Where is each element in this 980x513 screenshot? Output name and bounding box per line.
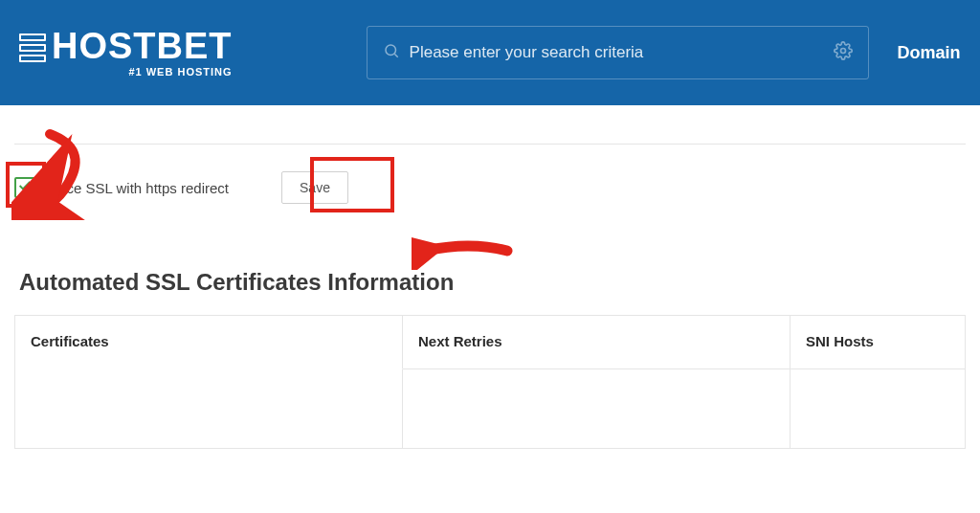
logo[interactable]: HOSTBET #1 WEB HOSTING <box>19 28 233 78</box>
svg-point-2 <box>840 49 845 54</box>
table-header-row: Certificates Next Retries SNI Hosts <box>15 316 965 369</box>
th-certificates[interactable]: Certificates <box>15 316 403 369</box>
force-ssl-row: Force SSL with https redirect Save <box>0 145 980 231</box>
search-icon <box>383 42 400 63</box>
top-header: HOSTBET #1 WEB HOSTING Domain <box>0 0 980 105</box>
ssl-table: Certificates Next Retries SNI Hosts <box>14 315 966 449</box>
search-box[interactable] <box>367 26 869 79</box>
search-input[interactable] <box>410 43 834 62</box>
gear-icon[interactable] <box>834 41 853 64</box>
svg-point-0 <box>386 45 396 56</box>
logo-title: HOSTBET <box>52 28 233 64</box>
save-button[interactable]: Save <box>281 171 348 204</box>
logo-subtitle: #1 WEB HOSTING <box>128 66 232 78</box>
nav-domain[interactable]: Domain <box>898 43 961 63</box>
section-title: Automated SSL Certificates Information <box>0 231 980 315</box>
main-content: Force SSL with https redirect Save Autom… <box>0 105 980 449</box>
server-stack-icon <box>19 28 46 62</box>
td-next-retries <box>403 369 791 448</box>
th-sni-hosts[interactable]: SNI Hosts <box>791 316 965 369</box>
table-body-row <box>15 369 965 448</box>
td-certificates <box>15 369 403 448</box>
th-next-retries[interactable]: Next Retries <box>403 316 791 369</box>
td-sni-hosts <box>791 369 965 448</box>
svg-line-1 <box>394 54 397 56</box>
force-ssl-checkbox[interactable] <box>14 177 35 198</box>
check-icon <box>17 178 33 197</box>
force-ssl-label: Force SSL with https redirect <box>45 180 229 196</box>
